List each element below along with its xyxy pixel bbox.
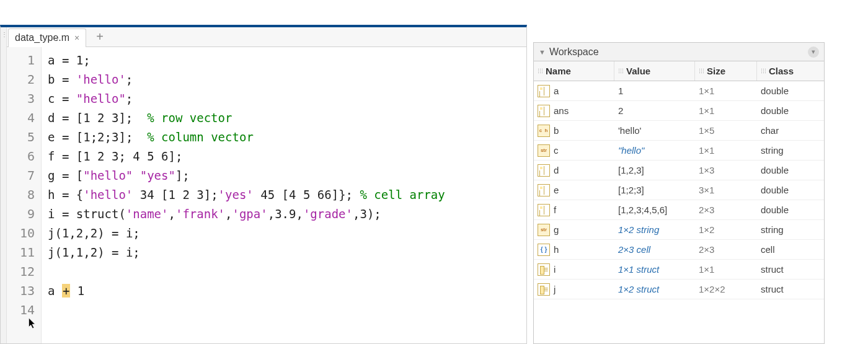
code-text[interactable]: a = 1;b = 'hello';c = "hello";d = [1 2 3… bbox=[42, 47, 526, 343]
var-size: 1×1 bbox=[695, 86, 757, 96]
var-name: h bbox=[554, 244, 559, 255]
workspace-row[interactable]: g1×2 string1×2string bbox=[534, 220, 824, 240]
code-line[interactable]: j(1,2,2) = i; bbox=[48, 224, 520, 243]
workspace-table: Name Value Size Class a11×1doubleans21×1… bbox=[534, 61, 824, 343]
editor-pane: data_type.m × + 1234567891011121314 a = … bbox=[0, 25, 527, 344]
code-line[interactable]: b = 'hello'; bbox=[48, 70, 520, 89]
var-class: double bbox=[757, 165, 819, 175]
code-area[interactable]: 1234567891011121314 a = 1;b = 'hello';c … bbox=[1, 47, 526, 343]
var-size: 1×1 bbox=[695, 145, 757, 156]
var-value: [1,2,3;4,5,6] bbox=[618, 205, 667, 215]
double-var-icon bbox=[538, 164, 550, 177]
var-name: b bbox=[554, 125, 559, 136]
string-var-icon bbox=[538, 144, 550, 157]
var-size: 3×1 bbox=[695, 185, 757, 195]
code-line[interactable]: a + 1 bbox=[48, 281, 520, 301]
new-tab-button[interactable]: + bbox=[92, 30, 107, 44]
editor-tab[interactable]: data_type.m × bbox=[8, 29, 86, 47]
var-size: 1×3 bbox=[695, 165, 757, 175]
grip-icon bbox=[538, 68, 543, 74]
var-size: 1×1 bbox=[695, 105, 757, 116]
panel-menu-icon[interactable]: ▾ bbox=[808, 46, 819, 58]
var-class: double bbox=[757, 185, 819, 195]
grip-icon bbox=[699, 68, 704, 74]
var-name: a bbox=[554, 86, 559, 96]
line-number: 14 bbox=[7, 301, 35, 320]
var-class: double bbox=[757, 86, 819, 96]
var-name: d bbox=[554, 165, 559, 175]
double-var-icon bbox=[538, 105, 550, 117]
line-number: 2 bbox=[7, 70, 35, 89]
var-name: ans bbox=[554, 105, 569, 116]
workspace-header[interactable]: ▼ Workspace ▾ bbox=[534, 43, 824, 61]
var-value: 1×2 string bbox=[618, 224, 659, 235]
workspace-row[interactable]: f[1,2,3;4,5,6]2×3double bbox=[534, 200, 824, 220]
var-value: 2 bbox=[618, 105, 623, 116]
var-name: f bbox=[554, 205, 556, 215]
string-var-icon bbox=[538, 224, 550, 236]
column-value[interactable]: Value bbox=[614, 61, 695, 81]
var-class: double bbox=[757, 105, 819, 116]
code-line[interactable]: g = ["hello" "yes"]; bbox=[48, 166, 520, 185]
var-value: 1×2 struct bbox=[618, 284, 659, 294]
var-value: 'hello' bbox=[618, 125, 641, 136]
workspace-row[interactable]: e[1;2;3]3×1double bbox=[534, 180, 824, 200]
workspace-row[interactable]: d[1,2,3]1×3double bbox=[534, 161, 824, 180]
workspace-columns[interactable]: Name Value Size Class bbox=[534, 61, 824, 81]
var-class: cell bbox=[757, 244, 819, 255]
double-var-icon bbox=[538, 204, 550, 216]
line-number: 3 bbox=[7, 89, 35, 108]
var-size: 2×3 bbox=[695, 244, 757, 255]
column-size[interactable]: Size bbox=[695, 61, 757, 81]
line-number: 8 bbox=[7, 185, 35, 205]
line-number: 1 bbox=[7, 51, 35, 70]
line-number: 5 bbox=[7, 128, 35, 147]
var-size: 1×2 bbox=[695, 224, 757, 235]
struct-var-icon bbox=[538, 283, 550, 296]
var-name: i bbox=[554, 264, 556, 275]
code-line[interactable]: e = [1;2;3]; % column vector bbox=[48, 128, 520, 147]
workspace-row[interactable]: h2×3 cell2×3cell bbox=[534, 240, 824, 260]
workspace-row[interactable]: a11×1double bbox=[534, 81, 824, 101]
line-number: 12 bbox=[7, 262, 35, 281]
line-number: 11 bbox=[7, 243, 35, 262]
editor-tab-label: data_type.m bbox=[15, 32, 69, 43]
var-name: j bbox=[554, 284, 556, 294]
chevron-down-icon[interactable]: ▼ bbox=[539, 48, 546, 56]
workspace-row[interactable]: ans21×1double bbox=[534, 101, 824, 121]
column-name[interactable]: Name bbox=[534, 61, 614, 81]
struct-var-icon bbox=[538, 263, 550, 276]
workspace-row[interactable]: c"hello"1×1string bbox=[534, 141, 824, 161]
workspace-panel: ▼ Workspace ▾ Name Value Size Class a11×… bbox=[533, 42, 825, 344]
code-line[interactable]: h = {'hello' 34 [1 2 3];'yes' 45 [4 5 66… bbox=[48, 185, 520, 205]
code-line[interactable]: d = [1 2 3]; % row vector bbox=[48, 108, 520, 128]
code-line[interactable] bbox=[48, 262, 520, 281]
code-line[interactable]: f = [1 2 3; 4 5 6]; bbox=[48, 147, 520, 166]
code-line[interactable] bbox=[48, 301, 520, 320]
code-line[interactable]: a = 1; bbox=[48, 51, 520, 70]
column-class[interactable]: Class bbox=[757, 61, 819, 81]
grip-icon bbox=[761, 68, 766, 74]
var-name: c bbox=[554, 145, 559, 156]
editor-tab-bar: data_type.m × + bbox=[1, 27, 526, 47]
code-line[interactable]: c = "hello"; bbox=[48, 89, 520, 108]
var-value: 1×1 struct bbox=[618, 264, 659, 275]
var-size: 1×1 bbox=[695, 264, 757, 275]
workspace-row[interactable]: j1×2 struct1×2×2struct bbox=[534, 280, 824, 299]
line-number: 9 bbox=[7, 205, 35, 224]
workspace-row[interactable]: b'hello'1×5char bbox=[534, 121, 824, 141]
code-line[interactable]: j(1,1,2) = i; bbox=[48, 243, 520, 262]
close-icon[interactable]: × bbox=[74, 33, 79, 43]
cell-var-icon bbox=[538, 244, 550, 256]
char-var-icon bbox=[538, 125, 550, 137]
var-class: struct bbox=[757, 284, 819, 294]
workspace-row[interactable]: i1×1 struct1×1struct bbox=[534, 260, 824, 280]
var-value: [1,2,3] bbox=[618, 165, 644, 175]
editor-drag-handle[interactable] bbox=[1, 27, 7, 343]
code-line[interactable]: i = struct('name','frank','gpa',3.9,'gra… bbox=[48, 205, 520, 224]
workspace-title: Workspace bbox=[549, 46, 599, 58]
var-value: 1 bbox=[618, 86, 623, 96]
var-value: "hello" bbox=[618, 145, 644, 156]
var-class: string bbox=[757, 224, 819, 235]
var-value: [1;2;3] bbox=[618, 185, 644, 195]
